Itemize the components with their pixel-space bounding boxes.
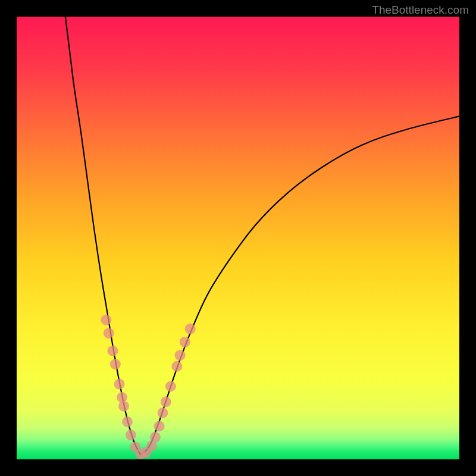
data-marker — [107, 346, 118, 356]
watermark-text: TheBottleneck.com — [372, 4, 469, 17]
data-marker — [126, 430, 136, 440]
data-marker — [171, 361, 182, 372]
data-marker — [104, 328, 114, 339]
data-marker — [114, 379, 125, 390]
plot-area — [17, 17, 459, 459]
data-marker — [110, 359, 121, 369]
data-marker — [175, 350, 186, 361]
bottleneck-curve — [17, 17, 459, 459]
data-marker — [165, 381, 176, 392]
data-marker — [118, 401, 129, 412]
data-marker — [122, 416, 133, 427]
data-marker — [180, 337, 190, 347]
curve-right-branch — [140, 116, 459, 455]
data-marker — [161, 396, 171, 407]
chart-container: TheBottleneck.com — [0, 0, 476, 476]
curve-left-branch — [65, 17, 140, 455]
data-marker — [117, 392, 127, 403]
data-marker — [185, 324, 196, 334]
data-marker — [158, 408, 168, 418]
data-marker — [150, 432, 161, 443]
data-marker — [154, 421, 165, 431]
data-marker — [101, 315, 111, 325]
